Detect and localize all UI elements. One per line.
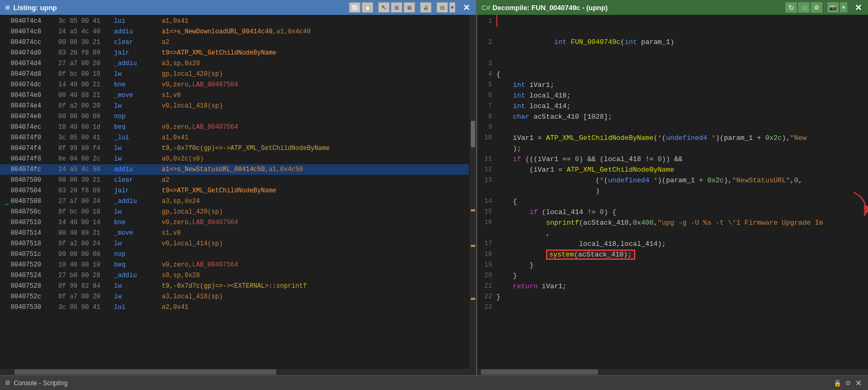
decompile-tb-back[interactable]: ◁ xyxy=(798,2,810,13)
status-close-button[interactable]: ✕ xyxy=(853,378,864,388)
table-row: 004074c8 24 a5 4c 40 addiu a1=>s_NewDown… xyxy=(0,26,469,37)
decompile-h-scrollbar[interactable] xyxy=(477,369,868,375)
dcode-line: 8 char acStack_410 [1028]; xyxy=(477,111,868,122)
table-row: 004074d4 27 a7 00 20 _addiu a3,sp,0x20 xyxy=(0,58,469,69)
dcode-line: 18 system(acStack_410); xyxy=(477,249,868,260)
listing-tb-print[interactable]: 🖨 xyxy=(420,2,432,13)
dcode-line: 12 (iVar1 = ATP_XML_GetChildNodeByName xyxy=(477,164,868,175)
table-row: 004074fc 24 a5 4c 50 addiu a1=>s_NewStat… xyxy=(0,164,469,175)
listing-tb-copy[interactable]: ⬜ xyxy=(349,2,361,13)
decompile-close-button[interactable]: ✕ xyxy=(852,2,864,13)
decompile-toolbar: ↻ ◁ ⚙ 📸 ▼ ✕ xyxy=(785,2,864,13)
table-row: 004074dc 14 40 00 21 bne v0,zero,LAB_004… xyxy=(0,79,469,90)
table-row: 004074cc 00 00 30 21 clear a2 xyxy=(0,37,469,48)
dcode-line: 13 (*(undefined4 *)(param_1 + 0x2c),"New… xyxy=(477,175,868,185)
dcode-line: 19 } xyxy=(477,260,868,270)
table-row: 004074f8 8e 04 00 2c lw a0,0x2c(s0) xyxy=(0,154,469,164)
listing-tb-graph[interactable]: ⊠ xyxy=(404,2,415,13)
table-row: 00407528 8f 99 82 84 lw t9,-0x7d7c(gp)=>… xyxy=(0,281,469,291)
status-text: Console - Scripting xyxy=(14,379,67,387)
listing-tb-display[interactable]: ⊞ xyxy=(391,2,402,13)
decompile-tb-settings[interactable]: ⚙ xyxy=(811,2,822,13)
dcode-line: 23 xyxy=(477,302,868,313)
status-lock-button[interactable]: 🔒 xyxy=(832,378,843,388)
decompile-tb-refresh[interactable]: ↻ xyxy=(785,2,797,13)
table-row: 004074d0 03 20 f8 09 jalr t9=>ATP_XML_Ge… xyxy=(0,48,469,58)
table-row: 00407514 00 40 88 21 _move s1,v0 xyxy=(0,228,469,238)
status-icon: 🖥 xyxy=(4,379,11,387)
cursor-line xyxy=(496,15,497,26)
minimap-markers xyxy=(470,15,476,369)
dcode-line: 22 } xyxy=(477,291,868,302)
table-row: 004074ec 10 40 00 1d beq v0,zero,LAB_004… xyxy=(0,122,469,132)
dcode-line: 4 { xyxy=(477,69,868,79)
dcode-line: 10 iVar1 = ATP_XML_GetChildNodeByName(*(… xyxy=(477,132,868,143)
dcode-line: 21 return iVar1; xyxy=(477,281,868,291)
listing-tb-settings[interactable]: ⊟ xyxy=(436,2,448,13)
decompile-tb-dropdown[interactable]: ▼ xyxy=(840,2,847,13)
table-row: 0040752c 8f a7 00 20 lw a3,local_418(sp) xyxy=(0,291,469,302)
listing-content: → 004074c4 3c 05 00 41 xyxy=(0,15,476,369)
decompile-panel: C# Decompile: FUN_0040749c - (upnp) ↻ ◁ … xyxy=(477,0,868,375)
dcode-line: 1 xyxy=(477,16,868,26)
table-row: 0040751c 00 00 00 00 nop xyxy=(0,249,469,260)
dcode-line: 3 xyxy=(477,58,868,69)
listing-title-bar: 🖥 Listing: upnp ⬜ 📋 ↖ ⊞ ⊠ 🖨 ⊟ ▼ xyxy=(0,0,476,15)
table-row: 00407510 14 40 00 14 bne v0,zero,LAB_004… xyxy=(0,217,469,228)
decompile-title-text: Decompile: FUN_0040749c - (upnp) xyxy=(493,4,608,12)
listing-close-button[interactable]: ✕ xyxy=(460,2,472,13)
table-row: 00407518 8f a2 00 24 lw v0,local_414(sp) xyxy=(0,238,469,249)
dcode-line: ) xyxy=(477,185,868,196)
dcode-line: 6 int local_418; xyxy=(477,90,868,101)
decompile-code-area[interactable]: 1 2 int FUN_0040749c(int param_1) 3 xyxy=(477,15,868,369)
table-row: 004074d8 8f bc 00 18 lw gp,local_420(sp) xyxy=(0,69,469,79)
listing-panel: 🖥 Listing: upnp ⬜ 📋 ↖ ⊞ ⊠ 🖨 ⊟ ▼ xyxy=(0,0,477,375)
dcode-line: 7 int local_414; xyxy=(477,101,868,111)
table-row: 004074c4 3c 05 00 41 lui a1,0x41 xyxy=(0,16,469,26)
listing-tb-paste[interactable]: 📋 xyxy=(362,2,373,13)
listing-toolbar: ⬜ 📋 ↖ ⊞ ⊠ 🖨 ⊟ ▼ ✕ xyxy=(349,2,472,13)
table-row: 00407524 27 b0 00 28 _addiu s0,sp,0x28 xyxy=(0,270,469,281)
table-row: 00407504 03 20 f8 09 jalr t9=>ATP_XML_Ge… xyxy=(0,185,469,196)
current-line-arrow: → xyxy=(4,200,8,208)
dcode-line: ); xyxy=(477,143,868,154)
table-row: 004074e0 00 40 88 21 _move s1,v0 xyxy=(0,90,469,101)
table-row: 004074f4 8f 99 80 f4 lw t9,-0x7f0c(gp)=>… xyxy=(0,143,469,154)
dcode-line: , xyxy=(477,228,868,238)
decompile-tb-snapshot[interactable]: 📸 xyxy=(827,2,839,13)
dcode-line: 9 xyxy=(477,122,868,132)
dcode-line: 14 { xyxy=(477,196,868,207)
dcode-line: 15 if (local_414 != 0) { xyxy=(477,207,868,217)
table-row: 00407508 27 a7 00 24 _addiu a3,sp,0x24 xyxy=(0,196,469,207)
table-row: 00407530 3c 06 00 41 lui a2,0x41 xyxy=(0,302,469,313)
decompile-content: 1 2 int FUN_0040749c(int param_1) 3 xyxy=(477,15,868,369)
dcode-line: 5 int iVar1; xyxy=(477,79,868,90)
dcode-line: 11 if (((iVar1 == 0) && (local_418 != 0)… xyxy=(477,154,868,164)
listing-tb-cursor[interactable]: ↖ xyxy=(378,2,390,13)
decompile-window-icon: C# xyxy=(481,4,490,12)
table-row: 004074f0 3c 05 00 41 _lui a1,0x41 xyxy=(0,132,469,143)
listing-tb-dropdown[interactable]: ▼ xyxy=(449,2,455,13)
table-row: 004074e8 00 00 00 00 nop xyxy=(0,111,469,122)
listing-h-scrollbar[interactable] xyxy=(0,369,476,375)
status-bar: 🖥 Console - Scripting 🔒 ⚙ ✕ xyxy=(0,375,868,390)
decompile-title-bar: C# Decompile: FUN_0040749c - (upnp) ↻ ◁ … xyxy=(477,0,868,15)
listing-window-icon: 🖥 xyxy=(4,4,10,11)
table-row: 00407500 00 00 30 21 clear a2 xyxy=(0,175,469,185)
dcode-line: 2 int FUN_0040749c(int param_1) xyxy=(477,26,868,58)
status-settings-button[interactable]: ⚙ xyxy=(843,378,853,388)
table-row: 00407520 10 40 00 10 beq v0,zero,LAB_004… xyxy=(0,260,469,270)
dcode-line: 20 } xyxy=(477,270,868,281)
listing-code-area[interactable]: 004074c4 3c 05 00 41 lui a1,0x41 004074c… xyxy=(0,15,476,369)
table-row: 0040750c 8f bc 00 18 lw gp,local_420(sp) xyxy=(0,207,469,217)
listing-title-text: Listing: upnp xyxy=(13,4,57,12)
table-row: 004074e4 8f a2 00 20 lw v0,local_418(sp) xyxy=(0,101,469,111)
dcode-line: 16 snprintf(acStack_410,0x400,"upg -g -U… xyxy=(477,217,868,228)
dcode-line: 17 local_418,local_414); xyxy=(477,238,868,249)
